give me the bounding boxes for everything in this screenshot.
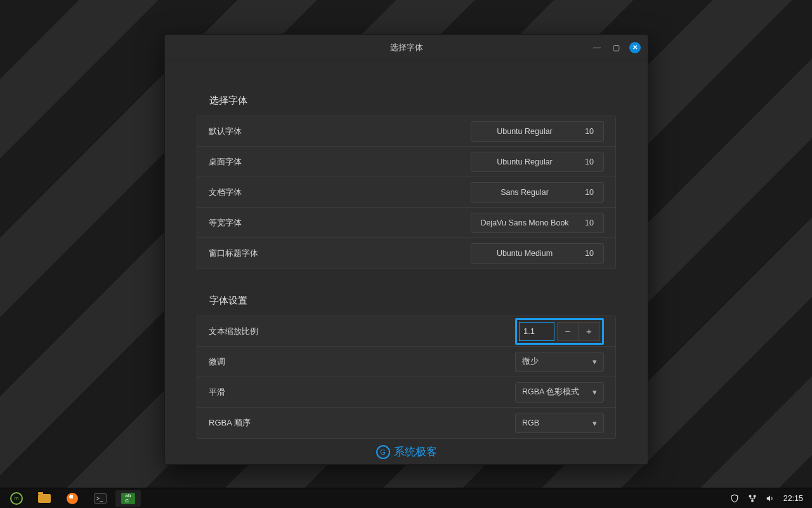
document-font-name: Sans Regular bbox=[478, 188, 572, 197]
label-text-scale: 文本缩放比例 bbox=[209, 326, 258, 337]
row-document-font: 文档字体 Sans Regular 10 bbox=[197, 177, 615, 208]
window-title: 选择字体 bbox=[390, 42, 423, 53]
row-hinting: 微调 微少 ▾ bbox=[197, 347, 615, 377]
desktop-font-size: 10 bbox=[582, 157, 597, 166]
system-tray: 22:15 bbox=[730, 494, 809, 503]
picker-monospace-font[interactable]: DejaVu Sans Mono Book 10 bbox=[471, 213, 604, 233]
label-antialias: 平滑 bbox=[209, 387, 225, 398]
maximize-button[interactable]: ▢ bbox=[607, 39, 625, 57]
row-title-font: 窗口标题字体 Ubuntu Medium 10 bbox=[197, 238, 615, 269]
svg-rect-2 bbox=[751, 499, 754, 502]
taskbar-firefox[interactable] bbox=[60, 490, 85, 507]
firefox-icon bbox=[67, 493, 78, 504]
picker-default-font[interactable]: Ubuntu Regular 10 bbox=[471, 121, 604, 142]
monospace-font-name: DejaVu Sans Mono Book bbox=[478, 218, 572, 227]
document-font-size: 10 bbox=[582, 188, 597, 197]
picker-document-font[interactable]: Sans Regular 10 bbox=[471, 182, 604, 203]
hinting-value: 微少 bbox=[522, 356, 539, 367]
text-scale-increment[interactable]: + bbox=[579, 322, 600, 341]
dropdown-antialias[interactable]: RGBA 色彩模式 ▾ bbox=[515, 382, 604, 403]
fonts-panel: 默认字体 Ubuntu Regular 10 桌面字体 Ubuntu Regul… bbox=[197, 116, 616, 269]
window-content: 选择字体 默认字体 Ubuntu Regular 10 桌面字体 Ubuntu … bbox=[165, 60, 648, 464]
window-controls: — ▢ ✕ bbox=[588, 35, 644, 60]
folder-icon bbox=[38, 494, 51, 503]
terminal-icon: >_ bbox=[94, 493, 107, 504]
row-default-font: 默认字体 Ubuntu Regular 10 bbox=[197, 116, 615, 147]
picker-desktop-font[interactable]: Ubuntu Regular 10 bbox=[471, 152, 604, 172]
watermark-text: 系统极客 bbox=[394, 444, 437, 459]
taskbar-clock[interactable]: 22:15 bbox=[783, 494, 803, 503]
label-monospace-font: 等宽字体 bbox=[209, 217, 242, 229]
antialias-value: RGBA 色彩模式 bbox=[522, 387, 579, 398]
section-heading-settings: 字体设置 bbox=[209, 295, 616, 307]
title-font-size: 10 bbox=[582, 249, 597, 258]
picker-title-font[interactable]: Ubuntu Medium 10 bbox=[471, 243, 604, 264]
watermark-icon: G bbox=[376, 445, 390, 459]
tweaks-icon: abC bbox=[121, 493, 135, 504]
svg-rect-0 bbox=[749, 495, 751, 497]
titlebar[interactable]: 选择字体 — ▢ ✕ bbox=[165, 35, 648, 60]
section-heading-fonts: 选择字体 bbox=[209, 95, 616, 107]
row-desktop-font: 桌面字体 Ubuntu Regular 10 bbox=[197, 147, 615, 177]
font-settings-window: 选择字体 — ▢ ✕ 选择字体 默认字体 Ubuntu Regular 10 桌… bbox=[164, 34, 648, 465]
label-rgba-order: RGBA 顺序 bbox=[209, 417, 251, 429]
settings-panel: 文本缩放比例 − + 微调 微少 ▾ 平滑 RGBA 色彩模式 ▾ bbox=[197, 316, 616, 439]
row-text-scale: 文本缩放比例 − + bbox=[197, 316, 615, 347]
volume-icon[interactable] bbox=[766, 494, 775, 503]
minimize-button[interactable]: — bbox=[588, 39, 606, 57]
row-rgba-order: RGBA 顺序 RGB ▾ bbox=[197, 408, 615, 438]
chevron-down-icon: ▾ bbox=[593, 387, 597, 397]
taskbar: m >_ abC 22:15 bbox=[0, 488, 812, 508]
row-antialias: 平滑 RGBA 色彩模式 ▾ bbox=[197, 377, 615, 408]
dropdown-hinting[interactable]: 微少 ▾ bbox=[515, 352, 604, 372]
chevron-down-icon: ▾ bbox=[593, 418, 597, 428]
network-icon[interactable] bbox=[748, 494, 757, 503]
shield-icon[interactable] bbox=[730, 494, 739, 503]
text-scale-decrement[interactable]: − bbox=[557, 322, 579, 341]
dropdown-rgba-order[interactable]: RGB ▾ bbox=[515, 413, 604, 433]
row-monospace-font: 等宽字体 DejaVu Sans Mono Book 10 bbox=[197, 208, 615, 238]
taskbar-tweaks-active[interactable]: abC bbox=[115, 490, 141, 507]
start-menu-button[interactable]: m bbox=[4, 490, 29, 507]
close-button[interactable]: ✕ bbox=[626, 39, 644, 57]
label-title-font: 窗口标题字体 bbox=[209, 248, 258, 259]
title-font-name: Ubuntu Medium bbox=[478, 249, 572, 258]
default-font-size: 10 bbox=[582, 127, 597, 136]
taskbar-files[interactable] bbox=[32, 490, 57, 507]
mint-logo-icon: m bbox=[10, 492, 23, 505]
rgba-value: RGB bbox=[522, 418, 539, 427]
watermark: G 系统极客 bbox=[376, 444, 437, 459]
text-scale-input[interactable] bbox=[519, 322, 554, 341]
svg-rect-1 bbox=[753, 495, 756, 497]
text-scale-stepper: − + bbox=[515, 318, 604, 345]
desktop-font-name: Ubuntu Regular bbox=[478, 157, 572, 166]
default-font-name: Ubuntu Regular bbox=[478, 127, 572, 136]
label-default-font: 默认字体 bbox=[209, 126, 242, 137]
label-desktop-font: 桌面字体 bbox=[209, 156, 242, 168]
chevron-down-icon: ▾ bbox=[593, 357, 597, 366]
monospace-font-size: 10 bbox=[582, 218, 597, 227]
taskbar-terminal[interactable]: >_ bbox=[88, 490, 113, 507]
label-hinting: 微调 bbox=[209, 356, 225, 368]
label-document-font: 文档字体 bbox=[209, 187, 242, 198]
